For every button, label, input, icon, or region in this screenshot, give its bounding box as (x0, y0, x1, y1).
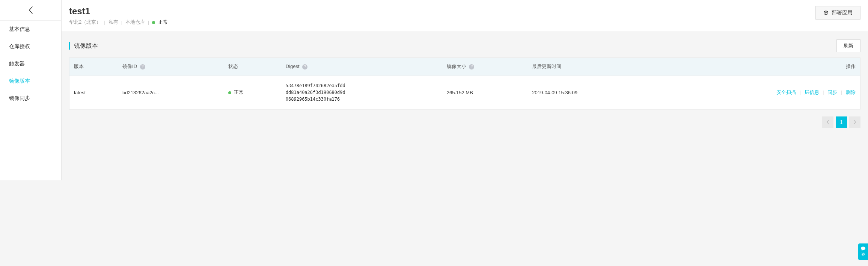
sidebar-item-basic-info[interactable]: 基本信息 (0, 21, 61, 38)
col-actions: 操作 (654, 58, 860, 76)
sidebar-item-label: 镜像同步 (9, 95, 30, 101)
sidebar: 基本信息 仓库授权 触发器 镜像版本 镜像同步 (0, 0, 62, 180)
col-image-id: 镜像ID ? (118, 58, 224, 76)
deploy-button-label: 部署应用 (832, 9, 853, 16)
breadcrumb: 华北2（北京） | 私有 | 本地仓库 | 正常 (69, 19, 815, 26)
sidebar-item-image-sync[interactable]: 镜像同步 (0, 90, 61, 107)
page-title: test1 (69, 6, 815, 17)
main-content: test1 华北2（北京） | 私有 | 本地仓库 | 正常 (62, 0, 868, 180)
cell-status: 正常 (224, 76, 281, 110)
col-status: 状态 (224, 58, 281, 76)
page-header: test1 华北2（北京） | 私有 | 本地仓库 | 正常 (62, 0, 868, 32)
sidebar-item-trigger[interactable]: 触发器 (0, 55, 61, 73)
sidebar-item-repo-auth[interactable]: 仓库授权 (0, 38, 61, 55)
breadcrumb-repo-type: 本地仓库 (125, 19, 145, 26)
cell-version: latest (69, 76, 118, 110)
cube-icon (823, 10, 829, 15)
chevron-left-icon (826, 120, 829, 124)
help-icon[interactable]: ? (140, 64, 145, 70)
action-separator: | (800, 89, 801, 95)
help-icon[interactable]: ? (302, 64, 307, 70)
chevron-right-icon (853, 120, 856, 124)
back-button[interactable] (0, 0, 61, 21)
breadcrumb-separator: | (121, 20, 122, 25)
action-delete[interactable]: 删除 (846, 89, 856, 95)
chevron-left-icon (28, 6, 33, 14)
action-separator: | (841, 89, 842, 95)
sidebar-item-label: 触发器 (9, 60, 25, 66)
refresh-button-label: 刷新 (844, 43, 853, 48)
cell-image-id: bd213262aa2c... (118, 76, 224, 110)
col-updated: 最后更新时间 (527, 58, 654, 76)
section-title: 镜像版本 (74, 42, 98, 50)
page-prev-button[interactable] (822, 116, 833, 128)
section-title-wrap: 镜像版本 (69, 42, 98, 50)
deploy-button[interactable]: 部署应用 (815, 6, 860, 20)
col-digest: Digest ? (281, 58, 442, 76)
sidebar-item-label: 仓库授权 (9, 43, 30, 49)
section-header: 镜像版本 刷新 (69, 39, 860, 52)
status-dot-icon (152, 21, 155, 24)
status-text: 正常 (158, 19, 168, 25)
cell-status-text: 正常 (234, 89, 244, 95)
help-icon[interactable]: ? (469, 64, 474, 70)
action-sync[interactable]: 同步 (827, 89, 837, 95)
digest-value: 53478e189f742682ea5fdddd81a40a26f3d19068… (286, 82, 346, 103)
pagination: 1 (69, 116, 860, 128)
cell-size: 265.152 MB (442, 76, 528, 110)
breadcrumb-visibility: 私有 (108, 19, 118, 26)
table-row: latest bd213262aa2c... 正常 53478e189f7426… (69, 76, 860, 110)
breadcrumb-separator: | (148, 20, 149, 25)
action-separator: | (823, 89, 824, 95)
image-version-table: 版本 镜像ID ? 状态 Digest ? 镜像大小 ? (69, 57, 860, 110)
content-area: 镜像版本 刷新 版本 镜像ID ? 状态 Di (62, 32, 868, 135)
cell-actions: 安全扫描 | 层信息 | 同步 | 删除 (654, 76, 860, 110)
refresh-button[interactable]: 刷新 (836, 39, 860, 52)
breadcrumb-separator: | (104, 20, 105, 25)
action-scan[interactable]: 安全扫描 (776, 89, 796, 95)
page-number-button[interactable]: 1 (836, 116, 847, 128)
status-badge: 正常 (152, 19, 168, 26)
sidebar-item-label: 镜像版本 (9, 78, 30, 84)
sidebar-item-label: 基本信息 (9, 26, 30, 32)
table-header-row: 版本 镜像ID ? 状态 Digest ? 镜像大小 ? (69, 58, 860, 76)
header-left: test1 华北2（北京） | 私有 | 本地仓库 | 正常 (69, 6, 815, 26)
sidebar-item-image-version[interactable]: 镜像版本 (0, 73, 61, 90)
page-next-button[interactable] (849, 116, 860, 128)
status-dot-icon (228, 91, 231, 94)
cell-updated: 2019-04-09 15:36:09 (527, 76, 654, 110)
col-size: 镜像大小 ? (442, 58, 528, 76)
action-layer[interactable]: 层信息 (805, 89, 819, 95)
cell-digest: 53478e189f742682ea5fdddd81a40a26f3d19068… (281, 76, 442, 110)
section-accent-bar (69, 42, 70, 50)
page-number: 1 (840, 119, 843, 125)
breadcrumb-region: 华北2（北京） (69, 19, 101, 26)
col-version: 版本 (69, 58, 118, 76)
